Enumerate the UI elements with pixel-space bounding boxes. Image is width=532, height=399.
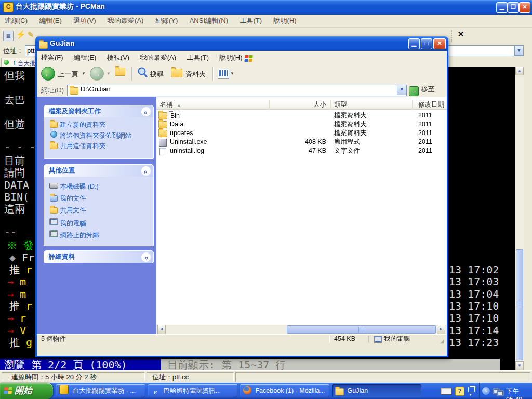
explorer-close-button[interactable]: ✕ — [433, 38, 446, 49]
file-list[interactable]: 名稱 ▲ 大小 類型 修改日期 — [156, 97, 447, 325]
pcman-close-button[interactable]: ✕ — [519, 2, 530, 13]
pcman-menubar: 連線(C) 編輯(E) 選項(V) 我的最愛(A) 紀錄(Y) ANSI編輯(N… — [0, 15, 532, 28]
search-label[interactable]: 搜尋 — [150, 70, 164, 79]
column-header-type[interactable]: 類型 — [331, 100, 412, 110]
network-places-link[interactable]: 網路上的芳鄰 — [49, 230, 99, 240]
pcman-minimize-button[interactable]: ▁ — [496, 2, 508, 13]
scroll-down-icon[interactable]: ▼ — [515, 361, 524, 370]
address-dropdown-icon[interactable]: ▼ — [397, 85, 406, 95]
pcman-menu-log[interactable]: 紀錄(Y) — [151, 15, 182, 27]
go-button[interactable]: → 移至 — [409, 85, 443, 95]
hscroll-thumb[interactable] — [287, 325, 436, 334]
explorer-menu-file[interactable]: 檔案(F) — [37, 51, 68, 64]
language-dropdown-icon[interactable]: ▼ — [469, 393, 472, 396]
pcman-menu-options[interactable]: 選項(V) — [69, 15, 100, 27]
pcman-address-label: 位址： — [3, 46, 23, 56]
expand-chevron-icon[interactable]: « — [141, 252, 151, 262]
network-status-icon[interactable] — [493, 387, 504, 396]
collapse-chevron-icon[interactable]: « — [141, 166, 151, 176]
scroll-left-icon[interactable]: ◄ — [157, 325, 166, 334]
taskbar: 開始 台大批踢踢實業坊 - ... e 巴哈姆特電玩資訊... Facebook… — [0, 383, 532, 399]
file-row[interactable]: Data 檔案資料夾 2011 — [156, 120, 447, 129]
taskbar-button-ie[interactable]: e 巴哈姆特電玩資訊... — [148, 384, 237, 397]
resize-grip[interactable]: ◢ — [440, 337, 446, 343]
vscroll-thumb[interactable] — [516, 249, 523, 360]
list-hscrollbar[interactable]: ◄ ► — [156, 325, 447, 334]
explorer-menu-help[interactable]: 說明(H) — [216, 51, 247, 64]
hide-icons-chevron[interactable]: ‹ — [482, 387, 490, 395]
pcman-menu-ansi[interactable]: ANSI編輯(N) — [185, 15, 233, 27]
explorer-address-input[interactable]: D:\GuJian ▼ — [67, 85, 407, 96]
collapse-chevron-icon[interactable]: « — [141, 107, 151, 117]
forward-button[interactable]: → — [90, 66, 104, 81]
places-panel-header[interactable]: 其他位置 « — [44, 165, 153, 177]
forward-dropdown-icon[interactable]: ▼ — [107, 71, 111, 76]
explorer-titlebar[interactable]: GuJian ▁ □ ✕ — [35, 36, 448, 51]
bbs-line: 但遊 — [4, 118, 39, 130]
toolbar-x-icon[interactable]: ✕ — [456, 30, 466, 39]
file-row[interactable]: updates 檔案資料夾 2011 — [156, 129, 447, 138]
explorer-maximize-button[interactable]: □ — [421, 38, 432, 49]
taskbar-button-pcman[interactable]: 台大批踢踢實業坊 - ... — [56, 384, 145, 397]
pcman-titlebar: C 台大批踢踢實業坊 - PCMan ▁ ❐ ✕ — [0, 0, 532, 15]
connect-lightning-icon[interactable]: ⚡ — [16, 30, 25, 39]
pcman-menu-help[interactable]: 說明(H) — [269, 15, 301, 27]
explorer-addressbar: 網址(D) D:\GuJian ▼ → 移至 — [37, 83, 447, 97]
local-disk-link[interactable]: 本機磁碟 (D:) — [49, 182, 99, 192]
folders-label[interactable]: 資料夾 — [185, 70, 206, 79]
pcman-menu-connect[interactable]: 連線(C) — [0, 15, 32, 27]
search-icon[interactable] — [137, 66, 148, 79]
explorer-menu-favorites[interactable]: 我的最愛(A) — [136, 51, 180, 64]
pcman-menu-favorites[interactable]: 我的最愛(A) — [103, 15, 148, 27]
bbs-push-time: 13 17:04 — [449, 288, 499, 300]
language-help-icon[interactable]: ? — [455, 387, 464, 396]
explorer-menu-tools[interactable]: 工具(T) — [182, 51, 213, 64]
language-restore-icon[interactable] — [468, 387, 475, 392]
taskbar-clock[interactable]: 下午 05:49 — [506, 387, 532, 399]
back-button[interactable]: ← — [41, 66, 55, 81]
make-new-folder-link[interactable]: 建立新的資料夾 — [49, 121, 105, 130]
pcman-menu-tools[interactable]: 工具(T) — [235, 15, 267, 27]
column-header-date[interactable]: 修改日期 — [413, 100, 447, 110]
edit-pencil-icon[interactable]: ✎ — [26, 30, 35, 39]
share-folder-link[interactable]: 共用這個資料夾 — [49, 142, 105, 151]
bbs-status-browse: 瀏覽 第 2/2 頁 (100%) — [0, 359, 161, 370]
scroll-up-icon[interactable]: ▲ — [515, 66, 524, 75]
pcman-restore-button[interactable]: ❐ — [508, 2, 519, 13]
publish-folder-link[interactable]: 將這個資料夾發佈到網站 — [49, 131, 131, 140]
file-row[interactable]: Bin 檔案資料夾 2011 — [156, 111, 447, 120]
file-row[interactable]: Uninstall.exe 408 KB 應用程式 2011 — [156, 138, 447, 147]
share-folder-icon — [49, 142, 58, 150]
scroll-right-icon[interactable]: ► — [437, 325, 445, 334]
file-size: 408 KB — [286, 138, 326, 147]
back-label[interactable]: 上一頁 — [58, 70, 78, 79]
file-row[interactable]: uninstall.log 47 KB 文字文件 2011 — [156, 147, 447, 155]
bbs-push-time: 13 17:02 — [449, 264, 499, 276]
bbs-status-keys: (y)回應(X%)推文(h)說明(←)離開 — [311, 359, 524, 370]
column-header-name[interactable]: 名稱 ▲ — [156, 100, 269, 110]
folders-icon[interactable] — [171, 69, 182, 78]
tasks-panel-header[interactable]: 檔案及資料夾工作 « — [44, 105, 153, 117]
pcman-address-dropdown[interactable]: ▼ — [514, 46, 524, 56]
pcman-menu-edit[interactable]: 編輯(E) — [35, 15, 66, 27]
taskbar-button-firefox[interactable]: Facebook (1) - Mozilla... — [240, 384, 329, 397]
my-documents-link[interactable]: 我的文件 — [49, 194, 86, 204]
start-button[interactable]: 開始 — [0, 383, 53, 399]
language-keyboard-icon[interactable] — [441, 388, 452, 395]
taskbar-button-gujian[interactable]: GuJian — [332, 384, 421, 397]
views-icon[interactable] — [218, 69, 229, 79]
back-dropdown-icon[interactable]: ▼ — [82, 71, 86, 76]
explorer-minimize-button[interactable]: ▁ — [408, 38, 420, 49]
terminal-icon[interactable]: ▦ — [3, 31, 14, 41]
explorer-menu-view[interactable]: 檢視(V) — [103, 51, 134, 64]
my-computer-link[interactable]: 我的電腦 — [49, 218, 86, 228]
shared-documents-link[interactable]: 共用文件 — [49, 206, 86, 216]
details-panel-header[interactable]: 詳細資料 « — [44, 251, 153, 263]
column-header-size[interactable]: 大小 — [270, 100, 330, 110]
system-tray: ‹ 下午 05:49 — [479, 383, 532, 399]
bbs-line: - - - - — [4, 141, 39, 153]
explorer-menu-edit[interactable]: 編輯(E) — [70, 51, 100, 64]
pcman-vscrollbar[interactable]: ▲ ▼ — [515, 66, 524, 370]
up-button[interactable]: ↑ — [115, 68, 125, 77]
views-dropdown-icon[interactable]: ▼ — [230, 71, 234, 76]
